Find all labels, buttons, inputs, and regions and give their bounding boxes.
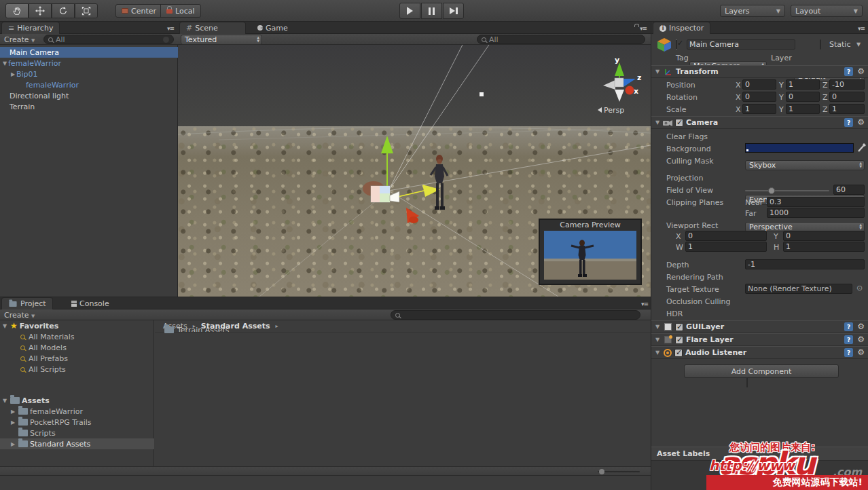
assets-root[interactable]: ▼ Assets	[0, 395, 153, 406]
foldout-open-icon[interactable]: ▼	[1, 323, 8, 329]
hierarchy-create-button[interactable]: Create ▼	[4, 35, 35, 44]
rotate-tool-button[interactable]	[52, 3, 75, 18]
assets-pocketrpg-trails[interactable]: ▶ PocketRPG Trails	[0, 417, 153, 428]
foldout-closed-icon[interactable]: ▶	[10, 409, 16, 415]
hierarchy-item-femalewarrior[interactable]: ▼ femaleWarrior	[0, 58, 178, 69]
foldout-open-icon[interactable]: ▼	[1, 60, 8, 67]
gear-icon[interactable]: ⚙	[857, 348, 865, 357]
flare-layer-header[interactable]: ▼ Flare Layer ? ⚙	[651, 333, 868, 346]
audio-listener-enabled-checkbox[interactable]	[674, 349, 683, 357]
scene-panel-menu-icon[interactable]: ▾≡	[640, 25, 647, 32]
favorites-all-scripts[interactable]: All Scripts	[0, 364, 153, 375]
viewport-x-field[interactable]: 0	[685, 231, 767, 241]
clear-flags-dropdown[interactable]: Skybox	[745, 160, 865, 170]
camera-header[interactable]: ▼ Camera ? ⚙	[651, 116, 868, 129]
gizmo-axis-z-label[interactable]: z	[637, 73, 641, 82]
help-icon[interactable]: ?	[844, 67, 853, 76]
play-button[interactable]	[399, 3, 420, 19]
rotation-z-field[interactable]: 0	[829, 92, 865, 102]
position-y-field[interactable]: 1	[786, 79, 820, 90]
hand-tool-button[interactable]	[5, 3, 29, 18]
viewport-h-field[interactable]: 1	[783, 242, 865, 252]
transform-header[interactable]: ▼ Transform ? ⚙	[651, 65, 868, 78]
favorites-all-models[interactable]: All Models	[0, 342, 153, 353]
tab-game[interactable]: Game	[251, 22, 294, 34]
foldout-closed-icon[interactable]: ▶	[10, 71, 16, 77]
rotation-x-field[interactable]: 0	[742, 92, 776, 102]
hierarchy-item-directional-light[interactable]: Directional light	[0, 90, 178, 101]
viewport-y-field[interactable]: 0	[783, 231, 865, 241]
foldout-open-icon[interactable]: ▼	[654, 337, 661, 343]
hierarchy-item-main-camera[interactable]: Main Camera	[0, 47, 178, 58]
scale-z-field[interactable]: 1	[829, 104, 865, 114]
hierarchy-search-input[interactable]: All	[43, 35, 174, 44]
help-icon[interactable]: ?	[844, 335, 853, 344]
scale-x-field[interactable]: 1	[742, 104, 776, 114]
favorites-all-materials[interactable]: All Materials	[0, 331, 153, 342]
static-dropdown-arrow[interactable]: ▼	[856, 41, 861, 48]
scale-tool-button[interactable]	[75, 3, 98, 18]
foldout-open-icon[interactable]: ▼	[654, 69, 661, 75]
search-cancel-icon[interactable]	[163, 37, 169, 43]
target-texture-field[interactable]: None (Render Texture)	[745, 284, 852, 294]
foldout-open-icon[interactable]: ▼	[1, 398, 8, 404]
fov-slider-handle[interactable]	[768, 187, 775, 194]
background-color-swatch[interactable]	[745, 143, 854, 153]
foldout-open-icon[interactable]: ▼	[654, 324, 661, 330]
position-x-field[interactable]: 0	[742, 79, 776, 90]
gear-icon[interactable]: ⚙	[857, 118, 865, 127]
help-icon[interactable]: ?	[844, 348, 853, 357]
breadcrumb-current[interactable]: Standard Assets	[201, 322, 270, 331]
hierarchy-panel-menu-icon[interactable]: ▾≡	[167, 25, 174, 32]
gear-icon[interactable]: ⚙	[857, 322, 865, 331]
pivot-local-button[interactable]: Local	[160, 4, 201, 18]
gear-icon[interactable]: ⚙	[857, 67, 865, 76]
favorites-root[interactable]: ▼ ★ Favorites	[0, 320, 153, 331]
tab-console[interactable]: Console	[65, 297, 115, 309]
tab-inspector[interactable]: i Inspector	[653, 22, 710, 34]
foldout-open-icon[interactable]: ▼	[654, 119, 661, 126]
assets-femalewarrior[interactable]: ▶ femaleWarrior	[0, 406, 153, 417]
gameobject-name-field[interactable]: Main Camera	[687, 39, 795, 50]
gizmo-axis-x-label[interactable]: x	[634, 87, 638, 96]
object-picker-icon[interactable]: ⊙	[856, 284, 863, 293]
active-checkbox[interactable]	[676, 39, 677, 50]
tab-scene[interactable]: # Scene	[179, 22, 246, 34]
hdr-checkbox[interactable]	[746, 377, 748, 388]
assets-standard-assets[interactable]: ▶ Standard Assets	[0, 438, 154, 449]
move-tool-button[interactable]	[29, 3, 52, 18]
slider-handle[interactable]	[599, 469, 604, 474]
project-create-button[interactable]: Create ▼	[4, 311, 35, 320]
near-field[interactable]: 0.3	[767, 197, 865, 207]
position-z-field[interactable]: -10	[829, 79, 865, 90]
fov-value-field[interactable]: 60	[833, 185, 865, 195]
tab-project[interactable]: Project	[1, 297, 53, 309]
thumbnail-size-slider[interactable]	[598, 471, 640, 472]
audio-listener-header[interactable]: ▼ Audio Listener ? ⚙	[651, 346, 868, 359]
far-field[interactable]: 1000	[767, 208, 865, 218]
guilayer-header[interactable]: ▼ GUILayer ? ⚙	[651, 320, 868, 333]
project-panel-menu-icon[interactable]: ▾≡	[641, 301, 648, 307]
foldout-closed-icon[interactable]: ▶	[10, 419, 16, 426]
hierarchy-item-terrain[interactable]: Terrain	[0, 101, 178, 112]
eyedropper-icon[interactable]	[857, 143, 866, 153]
fov-slider[interactable]	[745, 190, 829, 191]
guilayer-enabled-checkbox[interactable]	[675, 323, 683, 331]
favorites-all-prefabs[interactable]: All Prefabs	[0, 353, 153, 364]
scene-viewport[interactable]: y z x Persp Camera Preview	[178, 45, 651, 297]
help-icon[interactable]: ?	[844, 322, 853, 331]
layers-dropdown[interactable]: Layers▼	[720, 5, 785, 17]
scene-search-input[interactable]: All	[477, 35, 645, 44]
camera-enabled-checkbox[interactable]	[675, 119, 683, 127]
static-checkbox[interactable]	[820, 39, 821, 50]
project-search-input[interactable]	[391, 310, 640, 320]
hierarchy-item-bip01[interactable]: ▶ Bip01	[0, 69, 178, 79]
help-icon[interactable]: ?	[844, 118, 853, 127]
render-mode-dropdown[interactable]: Textured	[181, 35, 262, 45]
add-component-button[interactable]: Add Component	[684, 364, 839, 378]
viewport-w-field[interactable]: 1	[685, 242, 767, 252]
gizmo-axis-y-label[interactable]: y	[615, 56, 619, 64]
layout-dropdown[interactable]: Layout▼	[791, 5, 863, 17]
assets-scripts[interactable]: Scripts	[0, 428, 153, 438]
pause-button[interactable]	[421, 3, 442, 19]
